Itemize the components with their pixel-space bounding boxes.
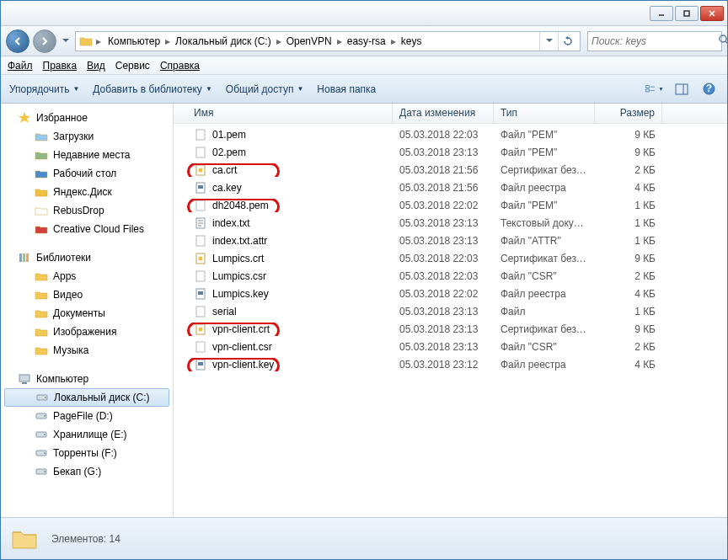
chevron-right-icon[interactable]: ▸ — [275, 35, 283, 47]
sidebar-item[interactable]: Хранилище (E:) — [1, 425, 173, 444]
library-icon — [35, 344, 48, 357]
sidebar-item[interactable]: Creative Cloud Files — [1, 220, 173, 238]
refresh-button[interactable] — [558, 32, 576, 51]
sidebar-item[interactable]: Документы — [1, 304, 173, 323]
file-row[interactable]: Lumpics.crt05.03.2018 22:03Сертификат бе… — [174, 249, 727, 267]
chevron-right-icon[interactable]: ▸ — [163, 35, 172, 47]
file-row[interactable]: dh2048.pem05.03.2018 22:02Файл "PEM"1 КБ — [174, 196, 727, 214]
sidebar-item[interactable]: RebusDrop — [1, 201, 173, 220]
file-list-pane: Имя Дата изменения Тип Размер 01.pem05.0… — [174, 104, 727, 517]
minimize-button[interactable] — [650, 6, 673, 21]
star-icon — [18, 111, 31, 125]
sidebar-item[interactable]: Недавние места — [1, 146, 173, 164]
file-row[interactable]: serial05.03.2018 23:13Файл1 КБ — [174, 302, 727, 320]
close-button[interactable] — [700, 6, 724, 21]
breadcrumb-item[interactable]: keys — [398, 35, 426, 47]
file-size: 2 КБ — [595, 270, 662, 282]
file-row[interactable]: vpn-client.crt05.03.2018 23:13Сертификат… — [174, 320, 727, 338]
breadcrumb-item[interactable]: easy-rsa — [344, 35, 389, 47]
column-size[interactable]: Размер — [595, 104, 662, 123]
menu-help[interactable]: Справка — [160, 60, 200, 72]
file-row[interactable]: ca.key05.03.2018 21:56Файл реестра4 КБ — [174, 179, 727, 196]
sidebar-item[interactable]: Загрузки — [1, 127, 173, 146]
column-type[interactable]: Тип — [494, 104, 595, 123]
file-type: Файл реестра — [494, 288, 595, 300]
file-row[interactable]: 02.pem05.03.2018 23:13Файл "PEM"9 КБ — [174, 143, 727, 161]
svg-rect-17 — [19, 375, 29, 381]
file-type: Файл реестра — [494, 359, 595, 371]
address-dropdown[interactable] — [539, 32, 558, 51]
file-icon — [194, 199, 207, 212]
file-icon — [194, 323, 207, 336]
sidebar-item[interactable]: Видео — [1, 285, 173, 304]
file-row[interactable]: index.txt05.03.2018 23:13Текстовый докум… — [174, 214, 727, 232]
new-folder-button[interactable]: Новая папка — [317, 83, 376, 95]
breadcrumb-item[interactable]: Локальный диск (C:) — [172, 35, 275, 47]
file-row[interactable]: ca.crt05.03.2018 21:56Сертификат безо…2 … — [174, 161, 727, 179]
maximize-button[interactable] — [675, 6, 699, 21]
sidebar-item-label: Изображения — [53, 326, 116, 338]
organize-button[interactable]: Упорядочить▼ — [9, 83, 79, 95]
disk-icon — [35, 391, 49, 404]
sidebar-favorites[interactable]: Избранное — [1, 109, 173, 127]
breadcrumb-item[interactable]: Компьютер — [104, 35, 163, 47]
sidebar-item[interactable]: Локальный диск (C:) — [4, 388, 169, 407]
back-button[interactable] — [6, 29, 29, 53]
menu-edit[interactable]: Правка — [43, 60, 78, 72]
add-to-library-button[interactable]: Добавить в библиотеку▼ — [93, 83, 211, 95]
sidebar-item[interactable]: Apps — [1, 267, 173, 285]
view-mode-button[interactable]: ▼ — [645, 81, 665, 98]
svg-rect-35 — [196, 200, 205, 211]
column-date[interactable]: Дата изменения — [393, 104, 494, 123]
file-row[interactable]: 01.pem05.03.2018 22:03Файл "PEM"9 КБ — [174, 125, 727, 143]
address-bar[interactable]: ▸ Компьютер▸Локальный диск (C:)▸OpenVPN▸… — [75, 31, 581, 51]
file-size: 4 КБ — [595, 359, 662, 371]
sidebar-computer[interactable]: Компьютер — [1, 370, 173, 388]
file-type: Сертификат безо… — [494, 253, 595, 264]
share-button[interactable]: Общий доступ▼ — [226, 83, 304, 95]
file-date: 05.03.2018 22:02 — [393, 288, 494, 300]
file-date: 05.03.2018 21:56 — [393, 164, 494, 176]
sidebar-item[interactable]: Изображения — [1, 323, 173, 341]
sidebar-item-label: Локальный диск (C:) — [54, 392, 150, 403]
file-type: Файл "PEM" — [494, 129, 595, 141]
file-date: 05.03.2018 23:13 — [393, 147, 494, 158]
search-icon[interactable] — [719, 35, 728, 48]
sidebar-item[interactable]: PageFile (D:) — [1, 407, 173, 425]
command-bar: Упорядочить▼ Добавить в библиотеку▼ Общи… — [1, 75, 727, 104]
chevron-right-icon[interactable]: ▸ — [389, 35, 398, 47]
file-row[interactable]: Lumpics.key05.03.2018 22:02Файл реестра4… — [174, 285, 727, 302]
sidebar-item[interactable]: Рабочий стол — [1, 164, 173, 183]
file-row[interactable]: vpn-client.csr05.03.2018 23:13Файл "CSR"… — [174, 338, 727, 355]
file-row[interactable]: Lumpics.csr05.03.2018 22:03Файл "CSR"2 К… — [174, 267, 727, 285]
navigation-pane: Избранное ЗагрузкиНедавние местаРабочий … — [1, 104, 174, 517]
file-row[interactable]: vpn-client.key05.03.2018 23:12Файл реест… — [174, 355, 727, 373]
breadcrumb-item[interactable]: OpenVPN — [283, 35, 335, 47]
file-row[interactable]: index.txt.attr05.03.2018 23:13Файл "ATTR… — [174, 232, 727, 249]
menu-file[interactable]: Файл — [8, 60, 33, 72]
sidebar-item[interactable]: Бекап (G:) — [1, 462, 173, 481]
svg-rect-14 — [19, 253, 22, 262]
sidebar-group-label: Избранное — [36, 112, 88, 124]
column-name[interactable]: Имя — [174, 104, 393, 123]
nav-history-dropdown[interactable] — [60, 30, 72, 52]
file-name: index.txt.attr — [212, 235, 267, 247]
file-size: 2 КБ — [595, 341, 662, 353]
file-size: 9 КБ — [595, 147, 662, 158]
file-date: 05.03.2018 22:03 — [393, 253, 494, 264]
menu-view[interactable]: Вид — [87, 60, 105, 72]
sidebar-item[interactable]: Музыка — [1, 341, 173, 360]
preview-pane-button[interactable] — [672, 81, 692, 98]
menu-service[interactable]: Сервис — [115, 60, 150, 72]
file-size: 9 КБ — [595, 129, 662, 141]
sidebar-item[interactable]: Яндекс.Диск — [1, 183, 173, 201]
forward-button[interactable] — [33, 29, 56, 53]
search-box[interactable] — [587, 31, 722, 51]
sidebar-item[interactable]: Торренты (F:) — [1, 444, 173, 462]
chevron-right-icon[interactable]: ▸ — [335, 35, 344, 47]
sidebar-libraries[interactable]: Библиотеки — [1, 248, 173, 267]
search-input[interactable] — [592, 35, 719, 47]
chevron-right-icon[interactable]: ▸ — [94, 35, 103, 47]
help-button[interactable]: ? — [699, 81, 719, 98]
file-date: 05.03.2018 23:13 — [393, 323, 494, 335]
